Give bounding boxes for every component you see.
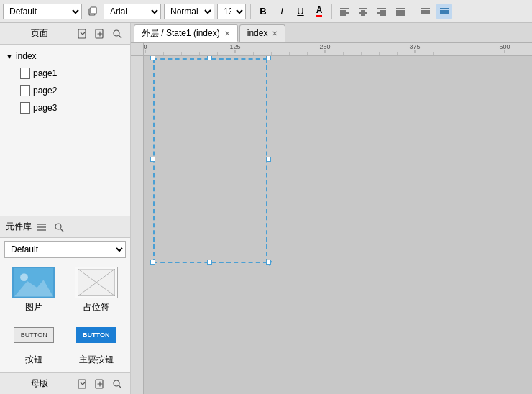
tabs-bar: 外层 / State1 (index) ✕ index ✕ [131, 23, 532, 43]
ruler-horizontal: 0125250375500625 [144, 43, 532, 56]
component-icon-button: BUTTON [12, 319, 55, 351]
search-master-button[interactable] [110, 377, 124, 391]
selection-handle-tl[interactable] [150, 56, 155, 60]
tab-label-outer: 外层 / State1 (index) [142, 27, 220, 40]
canvas-workspace[interactable]: ▼ [144, 56, 532, 394]
selection-handle-mr[interactable] [266, 157, 271, 162]
tab-outer-state1[interactable]: 外层 / State1 (index) ✕ [134, 24, 238, 42]
selection-handle-tm[interactable] [207, 56, 212, 60]
component-title: 元件库 [6, 221, 32, 233]
svg-point-41 [114, 380, 119, 386]
add-master-button[interactable] [93, 377, 107, 391]
svg-point-35 [20, 273, 28, 281]
primary-button-preview: BUTTON [76, 327, 116, 343]
tab-label-index: index [247, 28, 268, 38]
component-label-primary-button: 主要按钮 [79, 354, 114, 366]
page-icon-page1 [20, 68, 30, 79]
component-library-dropdown[interactable]: Default [4, 241, 126, 258]
tree-item-page3[interactable]: page3 [0, 99, 130, 116]
ruler-h-mark: 375 [409, 43, 420, 53]
tree-label-page2: page2 [33, 86, 57, 96]
search-component-button[interactable] [52, 220, 66, 234]
canvas-container[interactable]: 0125250375500625 [131, 43, 532, 394]
tree-label-page1: page1 [33, 68, 57, 78]
ruler-h-mark: 500 [499, 43, 510, 53]
align-right-button[interactable] [374, 4, 390, 19]
ruler-h-canvas: 0125250375500625 [144, 43, 532, 55]
font-dropdown[interactable]: Arial [104, 4, 161, 19]
font-color-button[interactable]: A [311, 4, 327, 19]
pages-header: 页面 [0, 23, 130, 45]
search-pages-button[interactable] [110, 27, 124, 41]
component-grid: 图片 占位符 BUTTON [0, 261, 130, 372]
button-preview: BUTTON [14, 327, 54, 343]
add-page-button[interactable] [93, 27, 107, 41]
svg-point-31 [55, 224, 61, 229]
svg-line-32 [60, 229, 63, 232]
selection-handle-tr[interactable] [266, 56, 271, 60]
tree-label-index: index [16, 51, 37, 61]
selection-handle-bl[interactable] [150, 260, 155, 265]
component-label-image: 图片 [25, 301, 42, 313]
svg-line-42 [119, 385, 121, 388]
svg-rect-1 [91, 7, 96, 14]
selection-handle-br[interactable] [266, 260, 271, 265]
separator-3 [413, 4, 413, 19]
toolbar: Default Arial Normal 13 B I U A [0, 0, 532, 23]
ruler-corner [131, 43, 144, 56]
ruler-h-mark: 125 [229, 43, 240, 53]
underline-button[interactable]: U [293, 4, 308, 19]
size-dropdown[interactable]: 13 [217, 4, 246, 19]
component-label-button: 按钮 [25, 354, 42, 366]
canvas-inner: ▼ [144, 56, 532, 394]
tree-item-page1[interactable]: page1 [0, 65, 130, 82]
page-icon-page3 [20, 102, 30, 114]
tree-label-page3: page3 [33, 103, 57, 113]
ruler-vertical [131, 56, 144, 394]
master-header: 母版 [0, 372, 130, 394]
component-menu-button[interactable] [35, 220, 49, 234]
copy-page-icon[interactable] [85, 4, 101, 19]
separator-2 [331, 4, 332, 19]
main-layout: 页面 ▼ index page1 [0, 23, 532, 394]
master-panel: 母版 [0, 372, 130, 394]
component-label-placeholder: 占位符 [83, 301, 109, 313]
format-button-1[interactable] [418, 4, 434, 19]
export-page-button[interactable] [75, 27, 90, 41]
format-button-2[interactable] [436, 4, 452, 19]
align-justify-button[interactable] [393, 4, 408, 19]
align-center-button[interactable] [355, 4, 371, 19]
svg-line-27 [119, 35, 121, 38]
component-panel: 元件库 Default [0, 216, 130, 372]
export-master-button[interactable] [75, 377, 90, 391]
tree-item-page2[interactable]: page2 [0, 82, 130, 99]
bold-button[interactable]: B [255, 4, 271, 19]
page-icon-page2 [20, 85, 30, 96]
component-item-button[interactable]: BUTTON 按钮 [6, 319, 63, 366]
style-dropdown[interactable]: Normal [164, 4, 214, 19]
component-item-primary-button[interactable]: BUTTON 主要按钮 [68, 319, 125, 366]
align-left-button[interactable] [336, 4, 352, 19]
tab-close-index[interactable]: ✕ [272, 29, 278, 37]
selection-outline [153, 58, 267, 263]
selection-handle-ml[interactable] [150, 157, 155, 162]
ruler-h-mark: 250 [319, 43, 330, 53]
component-icon-primary-button: BUTTON [75, 319, 118, 351]
separator-1 [250, 4, 251, 19]
ruler-h-mark: 0 [144, 43, 147, 53]
component-item-image[interactable]: 图片 [6, 267, 63, 313]
pages-title: 页面 [6, 27, 73, 40]
tab-index[interactable]: index ✕ [239, 24, 286, 42]
sidebar: 页面 ▼ index page1 [0, 23, 131, 394]
component-header: 元件库 [0, 216, 130, 238]
tab-close-outer[interactable]: ✕ [224, 29, 230, 37]
content-area: 外层 / State1 (index) ✕ index ✕ 0125250375… [131, 23, 532, 394]
italic-button[interactable]: I [274, 4, 290, 19]
component-icon-image [12, 267, 55, 298]
component-item-placeholder[interactable]: 占位符 [68, 267, 125, 313]
default-dropdown[interactable]: Default [3, 4, 82, 19]
master-title: 母版 [6, 377, 73, 390]
pages-tree: ▼ index page1 page2 page3 [0, 45, 130, 216]
tree-item-index[interactable]: ▼ index [0, 47, 130, 65]
selection-handle-bm[interactable] [207, 260, 212, 265]
